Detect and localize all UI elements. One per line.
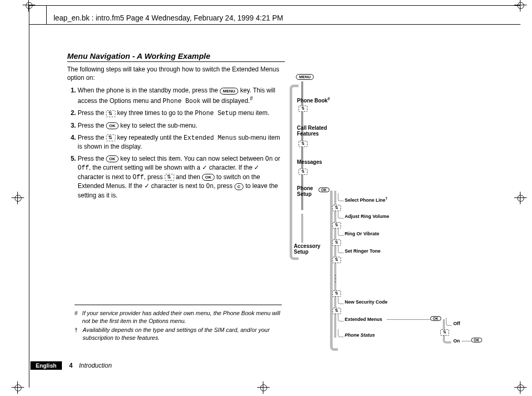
step-1: When the phone is in the standby mode, p… [78,86,285,106]
onoff-off: Off [453,321,460,326]
footnote-text: If your service provider has added their… [82,309,282,325]
sub-item-set-ringer-tone: Set Ringer Tone [345,248,380,254]
step-2: Press the key three times to go to the P… [78,109,285,118]
text: , the current setting will be shown with… [89,164,202,171]
sub-item-phone-status: Phone Status [345,332,375,338]
text: character is next to [78,173,133,181]
lcd-text: On [206,183,214,190]
text: character is next to [150,182,206,190]
sub-item-adjust-ring-volume: Adjust Ring Volume [345,214,389,219]
footnote-mark-hash: # [75,309,78,325]
updown-key-icon [106,134,115,141]
text: Press the [78,134,106,141]
sub-item-select-phone-line: Select Phone Line† [345,196,388,203]
ok-key-icon: OK [471,338,482,342]
updown-key-icon: ⇅ [299,141,307,147]
footnotes: #If your service provider has added thei… [75,305,282,342]
page-number: 4 [69,362,73,369]
sub-item-new-security-code: New Security Code [345,299,388,305]
text: Press the [78,122,106,129]
menu-tree-diagram: MENU Phone Book# ⇅ Call Related Features… [290,65,510,353]
page-footer: English 4 Introduction [30,361,112,370]
check-icon: ✓ [202,163,207,172]
steps-list: When the phone is in the standby mode, p… [67,86,285,200]
onoff-on: On [453,338,460,343]
menu-item-accessory-setup: Accessory Setup [294,243,323,255]
text: key to select this item. You can now sel… [119,155,265,162]
lcd-text: Off [78,164,89,172]
section-name: Introduction [79,362,112,369]
text: Press the [78,155,106,162]
step-3: Press the OK key to select the sub-menu. [78,121,285,130]
text: key repeatedly until the [115,134,184,141]
ok-key-icon: OK [106,122,119,129]
footnote-ref-hash: # [327,96,330,101]
menu-item-phone-setup: Phone Setup [297,185,318,197]
footnote-ref-hash: # [250,96,253,101]
footnote-mark-dagger: † [75,326,79,342]
menu-item-messages: Messages [297,159,322,165]
updown-key-icon [106,110,115,117]
updown-key-icon: ⇅ [299,106,307,112]
intro-text: The following steps will take you throug… [67,65,285,82]
lcd-text: Phone Setup [195,110,236,117]
text: key three times to go to the [115,109,195,117]
text: When the phone is in the standby mode, p… [78,87,220,94]
text: or [273,155,280,162]
text: Press the [78,109,106,117]
c-key-icon: C [235,183,244,190]
updown-key-icon: ⇅ [440,329,449,336]
menu-key-icon: MENU [296,74,314,80]
check-icon: ✓ [254,163,259,172]
text: , press [214,182,234,190]
updown-key-icon [165,174,174,181]
menu-item-phone-book: Phone Book# [297,96,330,103]
lcd-text: Off [133,174,144,181]
lcd-text: On [265,155,273,163]
ok-key-icon: OK [430,316,441,321]
text: will be displayed. [200,97,250,105]
text: key to select the sub-menu. [119,122,197,129]
text: and then [174,173,202,181]
text: menu item. [237,109,270,117]
main-content: Menu Navigation - A Working Example The … [67,51,285,203]
check-icon: ✓ [144,182,150,191]
menu-key-icon: MENU [220,88,239,95]
menu-item-call-related: Call Related Features [297,125,334,137]
ok-key-icon: OK [106,155,119,162]
ok-key-icon: OK [202,174,215,181]
language-tab: English [30,361,62,370]
footnote-text: Availability depends on the type and set… [83,326,282,342]
footnote-ref-dagger: † [386,196,388,201]
lcd-text: Phone Book [163,98,200,105]
text: , press [144,173,164,181]
section-title: Menu Navigation - A Working Example [67,51,285,62]
updown-key-icon: ⇅ [332,257,341,263]
step-5: Press the OK key to select this item. Yo… [78,154,285,200]
updown-key-icon: ⇅ [299,169,307,175]
lcd-text: Extended Menus [184,134,237,142]
doc-header: leap_en.bk : intro.fm5 Page 4 Wednesday,… [54,14,283,22]
sub-item-extended-menus: Extended Menus [345,317,382,322]
ok-key-icon: OK [318,187,329,192]
text: character. If the [207,164,254,171]
step-4: Press the key repeatedly until the Exten… [78,133,285,151]
sub-item-ring-or-vibrate: Ring Or Vibrate [345,231,379,236]
